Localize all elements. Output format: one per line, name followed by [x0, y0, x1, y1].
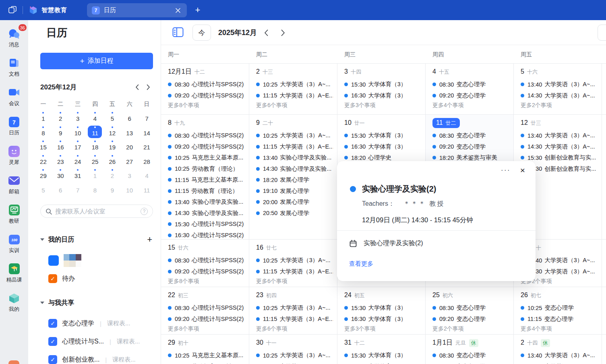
event-item[interactable]: 15:30大学体育（3）: [344, 79, 421, 90]
mini-day[interactable]: 7: [69, 182, 87, 196]
event-item[interactable]: 18:20发展心理学: [256, 174, 333, 186]
event-item[interactable]: 09:20心理统计与SPSS(2): [168, 90, 245, 101]
mini-day[interactable]: 29: [35, 168, 52, 182]
more-events-link[interactable]: 更多4个事项: [432, 102, 509, 109]
event-item[interactable]: 11:15大学英语（3）A~E...: [256, 141, 333, 153]
sidebar-item-mail[interactable]: 邮箱: [0, 174, 28, 195]
close-tab-icon[interactable]: [174, 6, 182, 14]
shared-section[interactable]: 与我共享: [40, 298, 154, 308]
event-item[interactable]: 09:20变态心理学: [432, 90, 509, 101]
mini-day[interactable]: 31: [69, 168, 87, 182]
mini-day[interactable]: 26: [103, 153, 121, 168]
mini-day[interactable]: 7: [138, 110, 155, 125]
more-events-link[interactable]: 更多8个事项: [168, 278, 245, 285]
event-item[interactable]: 13:40大学英语（3）A~...: [521, 130, 598, 141]
calendar-day-cell[interactable]: 25初六08:30变态心理学09:20变态心理学更多2个事项: [426, 287, 514, 334]
calendar-day-cell[interactable]: 23初四10:25大学英语（3）A~...11:15大学英语（3）A~E...更…: [249, 287, 337, 334]
event-item[interactable]: 11:15马克思主义基本原...: [168, 174, 245, 186]
mini-day[interactable]: 24: [69, 153, 87, 168]
mini-day[interactable]: 21: [138, 139, 155, 153]
sidebar-item-courses[interactable]: 精品课: [0, 263, 28, 283]
window-stack-icon[interactable]: [7, 5, 18, 15]
more-events-link[interactable]: 更多3个事项: [344, 102, 421, 109]
more-events-link[interactable]: 更多8个事项: [168, 102, 245, 109]
sidebar-item-meeting[interactable]: 会议: [0, 86, 28, 107]
mini-day[interactable]: 1: [87, 168, 104, 182]
calendar-day-cell[interactable]: 15廿六08:30心理统计与SPSS(2)09:20心理统计与SPSS(2)更多…: [161, 240, 249, 287]
prev-month-button[interactable]: [259, 25, 273, 40]
more-events-link[interactable]: 更多6个事项: [256, 325, 333, 333]
event-item[interactable]: 15:30大学体育（3）: [344, 350, 421, 361]
event-item[interactable]: 10:25劳动教育（理论）: [168, 163, 245, 175]
cut-off-view-button[interactable]: [598, 25, 606, 41]
mini-day[interactable]: 4: [138, 168, 155, 182]
event-item[interactable]: 08:30心理统计与SPSS(2): [168, 79, 245, 90]
calendar-day-cell[interactable]: 9二十10:25大学英语（3）A~...11:15大学英语（3）A~E...13…: [249, 115, 337, 239]
shared-checkbox[interactable]: ✓: [48, 319, 57, 328]
mini-day[interactable]: 10: [121, 182, 138, 196]
calendar-day-cell[interactable]: 2十四休13:40大学英语（3）A~...14:30大学英语（3）A~...: [514, 335, 602, 364]
calendar-day-cell[interactable]: 16廿七10:25大学英语（3）A~...11:15大学英语（3）A~E...更…: [249, 240, 337, 287]
event-item[interactable]: 14:30实验心理学及实验...: [168, 208, 245, 219]
sidebar-item-training[interactable]: 100 实训: [0, 233, 28, 254]
more-events-link[interactable]: 更多2个事项: [432, 325, 509, 333]
event-item[interactable]: 13:40实验心理学及实验...: [168, 196, 245, 208]
mini-day[interactable]: 8: [87, 182, 104, 196]
event-item[interactable]: 11:15大学英语（3）A~E...: [256, 361, 333, 364]
event-item[interactable]: 10:25大学英语（3）A~...: [256, 350, 333, 361]
close-icon[interactable]: ×: [520, 166, 525, 174]
collapse-triangle-icon[interactable]: [40, 302, 44, 304]
shared-calendar-item[interactable]: ✓ 心理统计与S... | 课程表...: [48, 336, 140, 347]
event-item[interactable]: 19:10发展心理学: [256, 186, 333, 197]
event-item[interactable]: 13:40大学英语（3）A~...: [521, 350, 598, 361]
my-calendar-item[interactable]: [48, 254, 81, 267]
more-events-link[interactable]: 更多6个事项: [256, 102, 333, 109]
mini-day[interactable]: 18: [87, 139, 104, 153]
calendar-color-swatch[interactable]: [48, 255, 59, 266]
search-box[interactable]: ?: [40, 205, 153, 218]
sidebar-item-docs[interactable]: 文档: [0, 57, 28, 78]
mini-day[interactable]: 16: [52, 139, 69, 153]
tab-calendar[interactable]: 7 日历: [87, 3, 187, 17]
event-item[interactable]: 16:30大学体育（3）: [344, 314, 421, 325]
event-item[interactable]: 09:20变态心理学: [432, 141, 509, 153]
sidebar-item-lingxi[interactable]: 灵犀: [0, 145, 28, 166]
mini-day[interactable]: 9: [103, 182, 121, 196]
calendar-day-cell[interactable]: 22初三08:30心理统计与SPSS(2)09:20心理统计与SPSS(2)更多…: [161, 287, 249, 334]
mini-day[interactable]: 6: [52, 182, 69, 196]
event-item[interactable]: 10:25劳动教育（理论）: [168, 361, 245, 364]
event-item[interactable]: 08:30变态心理学: [432, 302, 509, 314]
event-item[interactable]: 11:15劳动教育（理论）: [168, 186, 245, 197]
mini-day[interactable]: 5: [103, 110, 121, 125]
event-item[interactable]: 14:30大学英语（3）A~...: [521, 141, 598, 153]
mini-day[interactable]: 22: [35, 153, 52, 168]
calendar-day-cell[interactable]: 1月1日元旦休08:30变态心理学09:20变态心理学: [426, 335, 514, 364]
more-events-link[interactable]: 更多2个事项: [521, 102, 598, 109]
mini-day[interactable]: 19: [103, 139, 121, 153]
next-month-button[interactable]: [276, 25, 290, 40]
event-item[interactable]: 10:25大学英语（3）A~...: [256, 302, 333, 314]
sidebar-toggle-icon[interactable]: [172, 27, 184, 37]
mini-day[interactable]: 11: [138, 182, 155, 196]
mini-day[interactable]: 4: [87, 110, 104, 125]
mini-day[interactable]: 15: [35, 139, 52, 153]
event-item[interactable]: 20:00发展心理学: [256, 196, 333, 208]
calendar-day-cell[interactable]: 5十六13:40大学英语（3）A~...14:30大学英语（3）A~...更多2…: [514, 64, 602, 114]
mini-day[interactable]: 11: [87, 125, 104, 139]
event-item[interactable]: 10:25大学英语（3）A~...: [256, 79, 333, 90]
my-calendars-section[interactable]: 我的日历 +: [40, 234, 154, 245]
event-item[interactable]: 08:30变态心理学: [432, 130, 509, 141]
shared-calendar-item[interactable]: ✓ 创新创业教... | 课程表...: [48, 354, 136, 364]
calendar-day-cell[interactable]: 12月1日十二08:30心理统计与SPSS(2)09:20心理统计与SPSS(2…: [161, 64, 249, 114]
add-schedule-button[interactable]: + 添加日程: [40, 53, 153, 69]
popup-linked-course[interactable]: 实验心理学及实验(2): [349, 239, 423, 248]
mini-day[interactable]: 9: [52, 125, 69, 139]
calendar-day-cell[interactable]: 26初七10:25变态心理学11:15变态心理学更多4个事项: [514, 287, 602, 334]
calendar-day-cell[interactable]: 8十九08:30心理统计与SPSS(2)09:20心理统计与SPSS(2)10:…: [161, 115, 249, 239]
event-item[interactable]: 11:15大学英语（3）A~E...: [256, 314, 333, 325]
event-item[interactable]: 14:30大学英语（3）A~...: [521, 361, 598, 364]
event-item[interactable]: 14:30大学英语（3）A~...: [521, 90, 598, 101]
mini-day[interactable]: 8: [35, 125, 52, 139]
mini-day[interactable]: 10: [69, 125, 87, 139]
app-brand[interactable]: 智慧教育: [29, 6, 67, 15]
